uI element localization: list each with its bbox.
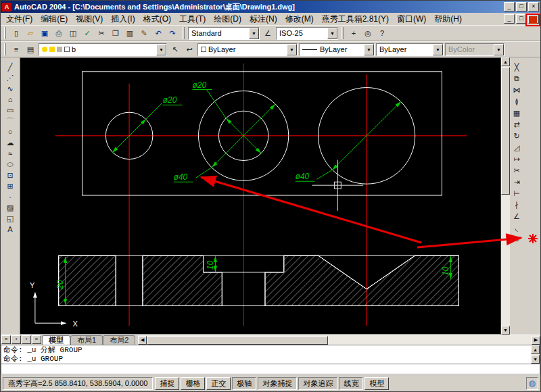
trim-icon[interactable]: ✂ bbox=[511, 165, 523, 176]
match-properties-icon[interactable]: ✎ bbox=[137, 26, 151, 40]
copy-object-icon[interactable]: ⧉ bbox=[511, 73, 523, 84]
scroll-right-icon[interactable]: ▶ bbox=[532, 336, 540, 345]
menu-item[interactable]: 视图(V) bbox=[72, 12, 107, 26]
paste-clip-icon[interactable]: ▥ bbox=[123, 26, 137, 40]
chevron-down-icon[interactable]: ▼ bbox=[364, 44, 374, 55]
first-tab-icon[interactable]: « bbox=[1, 335, 11, 344]
extend-icon[interactable]: ⇥ bbox=[511, 176, 523, 188]
layer-properties-manager-icon[interactable]: ≡ bbox=[9, 43, 23, 56]
layer-combo[interactable]: b ▼ bbox=[39, 43, 167, 56]
menu-item[interactable]: 窗口(W) bbox=[393, 12, 430, 26]
lineweight-combo[interactable]: ByLayer ▼ bbox=[376, 43, 444, 56]
erase-icon[interactable]: ╳ bbox=[511, 62, 523, 73]
chevron-down-icon[interactable]: ▼ bbox=[156, 44, 166, 55]
text-style-combo[interactable]: Standard ▼ bbox=[188, 27, 260, 40]
spell-check-icon[interactable]: ✓ bbox=[80, 26, 94, 40]
minimize-button[interactable]: _ bbox=[504, 2, 515, 11]
cut-icon[interactable]: ✂ bbox=[95, 26, 108, 40]
layer-previous-icon[interactable]: ↩ bbox=[183, 43, 196, 56]
explode-icon[interactable]: ✳ bbox=[511, 234, 523, 245]
menu-item[interactable]: 绘图(D) bbox=[210, 12, 245, 26]
canvas-horizontal-scrollbar[interactable]: ◀ ▶ bbox=[138, 335, 540, 345]
mirror-icon[interactable]: ⋈ bbox=[511, 84, 523, 96]
toolbar-grip[interactable] bbox=[4, 43, 6, 55]
last-tab-icon[interactable]: » bbox=[32, 335, 41, 344]
fillet-icon[interactable]: ◟ bbox=[511, 222, 523, 234]
insert-block-icon[interactable]: ⊡ bbox=[3, 170, 18, 180]
vertical-scrollbar-thumb[interactable] bbox=[501, 67, 510, 195]
save-icon[interactable]: ▣ bbox=[38, 26, 51, 40]
menu-item[interactable]: 修改(M) bbox=[281, 12, 318, 26]
communication-center-icon[interactable]: ◍ bbox=[526, 377, 538, 390]
command-prompt-line[interactable]: 命令: bbox=[1, 364, 540, 374]
new-file-icon[interactable]: ▯ bbox=[9, 26, 23, 40]
menu-item[interactable]: 燕秀工具箱2.81(Y) bbox=[318, 12, 393, 26]
menu-item[interactable]: 格式(O) bbox=[139, 12, 175, 26]
menu-item[interactable]: 标注(N) bbox=[245, 12, 281, 26]
status-toggle-ortho[interactable]: 正交 bbox=[206, 377, 231, 390]
zoom-realtime-icon[interactable]: ◎ bbox=[361, 26, 375, 40]
chamfer-icon[interactable]: ∠ bbox=[511, 211, 523, 222]
toolbar-grip[interactable] bbox=[4, 27, 6, 39]
stretch-icon[interactable]: ↦ bbox=[511, 153, 523, 165]
break-icon[interactable]: ∤ bbox=[511, 199, 523, 211]
break-at-point-icon[interactable]: ⊢ bbox=[511, 188, 523, 199]
tab-layout2[interactable]: 布局2 bbox=[103, 335, 135, 345]
point-icon[interactable]: ∙ bbox=[3, 191, 18, 202]
construction-line-icon[interactable]: ⋰ bbox=[3, 72, 18, 83]
restore-button[interactable]: □ bbox=[516, 14, 527, 24]
command-scrollbar[interactable]: ▲ ▼ bbox=[531, 345, 540, 364]
scroll-down-icon[interactable]: ▼ bbox=[501, 326, 510, 335]
scroll-left-icon[interactable]: ◀ bbox=[138, 336, 147, 345]
hatch-icon[interactable]: ▨ bbox=[3, 202, 18, 213]
polygon-icon[interactable]: ⌂ bbox=[3, 94, 18, 105]
scroll-up-icon[interactable]: ▲ bbox=[531, 345, 540, 354]
chevron-down-icon[interactable]: ▼ bbox=[433, 44, 443, 55]
region-icon[interactable]: ◱ bbox=[3, 213, 18, 224]
undo-icon[interactable]: ↶ bbox=[151, 26, 165, 40]
status-toggle-model-space[interactable]: 模型 bbox=[364, 377, 389, 390]
status-toggle-grid[interactable]: 栅格 bbox=[181, 377, 205, 390]
named-layer-states-icon[interactable]: ▤ bbox=[24, 43, 37, 56]
menu-item[interactable]: 工具(T) bbox=[175, 12, 210, 26]
spline-icon[interactable]: ≈ bbox=[3, 148, 18, 159]
rectangle-icon[interactable]: ▭ bbox=[3, 105, 18, 116]
chevron-down-icon[interactable]: ▼ bbox=[287, 44, 297, 55]
redo-icon[interactable]: ↷ bbox=[166, 26, 179, 40]
polyline-icon[interactable]: ∿ bbox=[3, 83, 18, 94]
help-icon[interactable]: ? bbox=[375, 26, 389, 40]
status-toggle-polar[interactable]: 极轴 bbox=[232, 377, 256, 390]
rotate-icon[interactable]: ↻ bbox=[511, 130, 523, 142]
toolbar-grip[interactable] bbox=[342, 27, 344, 39]
arc-icon[interactable]: ⌒ bbox=[3, 116, 18, 126]
canvas-vertical-scrollbar[interactable]: ▲ ▼ bbox=[501, 57, 510, 335]
restore-button[interactable]: □ bbox=[516, 2, 527, 11]
scroll-up-icon[interactable]: ▲ bbox=[501, 57, 510, 66]
menu-item[interactable]: 帮助(H) bbox=[430, 12, 466, 26]
make-object-layer-current-icon[interactable]: ↖ bbox=[168, 43, 182, 56]
menu-item[interactable]: 插入(I) bbox=[107, 12, 139, 26]
chevron-down-icon[interactable]: ▼ bbox=[249, 28, 259, 39]
drawing-canvas[interactable]: ø20 ø20 ø40 ø40 20 10 10 Y X bbox=[20, 57, 501, 335]
open-file-icon[interactable]: ▱ bbox=[24, 26, 37, 40]
offset-icon[interactable]: ≬ bbox=[511, 96, 523, 107]
status-toggle-osnap[interactable]: 对象捕捉 bbox=[258, 377, 297, 390]
horizontal-scrollbar-thumb[interactable] bbox=[147, 336, 328, 345]
make-block-icon[interactable]: ⊞ bbox=[3, 180, 18, 191]
revision-cloud-icon[interactable]: ☁ bbox=[3, 137, 18, 148]
close-button[interactable]: × bbox=[528, 2, 539, 11]
text-icon[interactable]: A bbox=[3, 224, 18, 235]
tab-layout1[interactable]: 布局1 bbox=[70, 335, 103, 345]
tab-model[interactable]: 模型 bbox=[42, 335, 70, 345]
scale-icon[interactable]: ◿ bbox=[511, 142, 523, 153]
dim-style-combo[interactable]: ISO-25 ▼ bbox=[276, 27, 338, 40]
status-toggle-lwt[interactable]: 线宽 bbox=[339, 377, 363, 390]
linetype-combo[interactable]: ByLayer ▼ bbox=[299, 43, 375, 56]
menu-item[interactable]: 编辑(E) bbox=[37, 12, 72, 26]
pan-realtime-icon[interactable]: + bbox=[347, 26, 360, 40]
previous-tab-icon[interactable]: ‹ bbox=[11, 335, 21, 344]
ellipse-icon[interactable]: ⬭ bbox=[3, 159, 18, 170]
circle-icon[interactable]: ○ bbox=[3, 126, 18, 137]
plot-preview-icon[interactable]: ◫ bbox=[66, 26, 80, 40]
dim-style-icon[interactable]: ∠ bbox=[261, 26, 275, 40]
